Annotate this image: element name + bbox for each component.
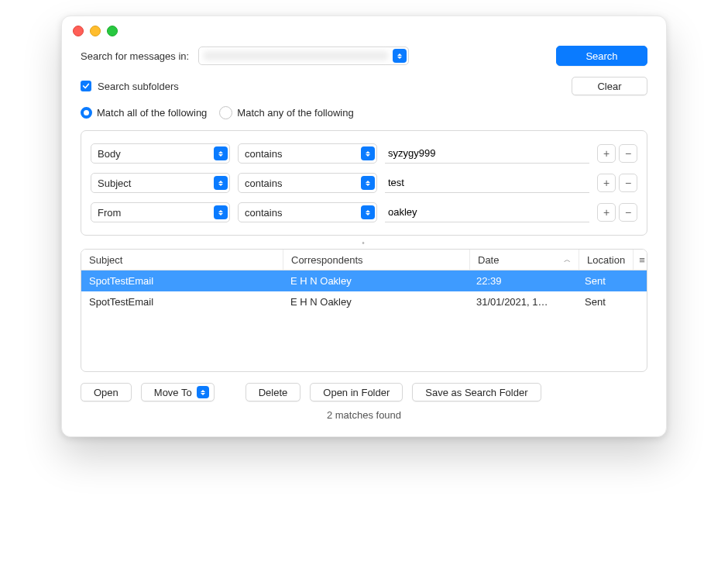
column-subject[interactable]: Subject <box>81 250 283 270</box>
table-header: Subject Correspondents Date ︿ Location ≡ <box>81 250 647 270</box>
titlebar <box>62 16 666 46</box>
column-options-button[interactable]: ≡ <box>634 250 647 270</box>
chevron-up-down-icon <box>361 176 375 190</box>
criteria-field-label: Subject <box>98 177 214 189</box>
criteria-row: Fromcontains+− <box>91 198 637 227</box>
chevron-up-down-icon <box>393 49 407 63</box>
chevron-up-down-icon <box>214 176 228 190</box>
chevron-up-down-icon <box>214 146 228 160</box>
zoom-window-button[interactable] <box>107 26 118 36</box>
search-button[interactable]: Search <box>556 46 647 66</box>
remove-criteria-button[interactable]: − <box>619 174 637 192</box>
criteria-operator-label: contains <box>245 177 361 189</box>
cell-subject: SpotTestEmail <box>81 296 283 308</box>
account-display <box>204 51 388 60</box>
criteria-field-select[interactable]: Body <box>91 143 230 164</box>
search-subfolders-checkbox[interactable] <box>81 81 91 91</box>
criteria-row: Bodycontains+− <box>91 139 637 168</box>
move-to-button[interactable]: Move To <box>141 383 215 401</box>
search-in-label: Search for messages in: <box>81 50 189 62</box>
match-any-label: Match any of the following <box>237 107 353 119</box>
column-location[interactable]: Location <box>579 250 634 270</box>
criteria-operator-select[interactable]: contains <box>238 143 377 164</box>
match-any-radio[interactable]: Match any of the following <box>219 106 353 119</box>
status-text: 2 matches found <box>81 409 647 427</box>
cell-date: 31/01/2021, 1… <box>469 296 577 308</box>
cell-subject: SpotTestEmail <box>81 275 283 287</box>
minimize-window-button[interactable] <box>90 26 101 36</box>
remove-criteria-button[interactable]: − <box>619 203 637 222</box>
match-all-label: Match all of the following <box>97 107 207 119</box>
chevron-up-down-icon <box>214 205 228 219</box>
criteria-field-select[interactable]: Subject <box>91 173 230 193</box>
delete-button[interactable]: Delete <box>246 383 301 401</box>
match-all-radio[interactable]: Match all of the following <box>81 107 207 119</box>
criteria-field-select[interactable]: From <box>91 202 230 222</box>
criteria-value-input[interactable] <box>385 144 589 164</box>
criteria-operator-label: contains <box>245 207 361 219</box>
criteria-box: Bodycontains+−Subjectcontains+−Fromconta… <box>81 130 647 236</box>
footer-toolbar: Open Move To Delete Open in Folder Save … <box>81 383 647 401</box>
criteria-field-label: Body <box>98 148 214 160</box>
cell-correspondents: E H N Oakley <box>283 275 469 287</box>
move-to-label: Move To <box>154 387 192 398</box>
traffic-lights <box>73 26 118 36</box>
add-criteria-button[interactable]: + <box>597 203 616 222</box>
cell-correspondents: E H N Oakley <box>283 296 469 308</box>
cell-date: 22:39 <box>469 275 577 287</box>
remove-criteria-button[interactable]: − <box>619 144 637 163</box>
criteria-operator-select[interactable]: contains <box>238 202 377 222</box>
table-row[interactable]: SpotTestEmailE H N Oakley22:39Sent <box>81 270 647 291</box>
criteria-value-input[interactable] <box>385 174 589 193</box>
radio-icon <box>219 106 232 119</box>
criteria-value-input[interactable] <box>385 203 589 222</box>
splitter-handle[interactable]: • <box>81 236 647 249</box>
table-body: SpotTestEmailE H N Oakley22:39SentSpotTe… <box>81 270 647 371</box>
criteria-operator-select[interactable]: contains <box>238 173 377 193</box>
cell-location: Sent <box>577 296 614 308</box>
close-window-button[interactable] <box>73 26 84 36</box>
column-date[interactable]: Date ︿ <box>470 250 579 270</box>
open-in-folder-button[interactable]: Open in Folder <box>310 383 403 401</box>
sort-ascending-icon: ︿ <box>564 255 571 265</box>
column-date-label: Date <box>478 254 499 266</box>
search-messages-window: Search for messages in: Search Search su… <box>61 16 667 437</box>
results-table: Subject Correspondents Date ︿ Location ≡… <box>81 249 647 372</box>
chevron-up-down-icon <box>361 146 375 160</box>
checkmark-icon <box>82 82 90 90</box>
clear-button[interactable]: Clear <box>572 77 647 95</box>
search-subfolders-label: Search subfolders <box>98 81 179 92</box>
open-button[interactable]: Open <box>81 383 132 401</box>
menu-icon: ≡ <box>639 254 645 266</box>
criteria-field-label: From <box>98 207 214 219</box>
table-row[interactable]: SpotTestEmailE H N Oakley31/01/2021, 1…S… <box>81 291 647 312</box>
criteria-operator-label: contains <box>245 148 361 160</box>
cell-location: Sent <box>577 275 614 287</box>
radio-selected-icon <box>81 107 92 119</box>
chevron-up-down-icon <box>197 386 209 398</box>
add-criteria-button[interactable]: + <box>597 144 616 163</box>
criteria-row: Subjectcontains+− <box>91 168 637 198</box>
column-correspondents[interactable]: Correspondents <box>283 250 470 270</box>
save-as-search-folder-button[interactable]: Save as Search Folder <box>412 383 541 401</box>
account-select[interactable] <box>198 47 409 65</box>
chevron-up-down-icon <box>361 205 375 219</box>
add-criteria-button[interactable]: + <box>597 174 616 192</box>
